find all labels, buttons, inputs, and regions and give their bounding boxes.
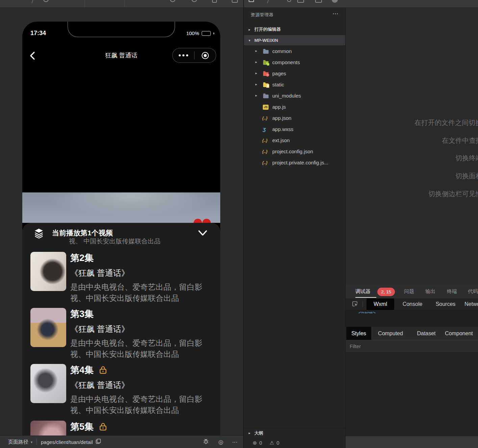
error-count: 0 (259, 440, 262, 446)
episode-thumbnail (30, 308, 66, 347)
tab-styles[interactable]: Styles (346, 327, 371, 340)
caret-down-icon[interactable]: ▾ (31, 440, 32, 444)
like-hearts-icon[interactable] (194, 219, 211, 223)
json-file-icon: {..} (263, 138, 269, 143)
problems-status[interactable]: ⊗ 0 ⚠ 0 (244, 438, 345, 448)
tree-item-folder[interactable]: ▸ components (244, 57, 345, 68)
wxss-file-icon: ʒ (263, 127, 269, 132)
tree-item-folder[interactable]: ▸ static (244, 79, 345, 90)
toolbar-partial-icon[interactable] (43, 0, 49, 2)
toolbar-divider (124, 0, 125, 7)
explorer-view-icon[interactable] (249, 0, 254, 2)
episode-number: 第4集 (70, 364, 94, 376)
caret-right-icon: ▸ (255, 82, 257, 86)
visibility-eye-icon[interactable]: ◎ (218, 439, 223, 446)
folder-icon (263, 93, 269, 99)
lock-icon (98, 365, 108, 375)
page-path-label[interactable]: 页面路径 (8, 439, 28, 445)
project-root-section[interactable]: ▾ MP-WEIXIN (244, 35, 345, 45)
compile-icon[interactable] (192, 0, 197, 2)
phone-notch (68, 22, 175, 37)
more-dots-icon (179, 54, 188, 56)
devtools-tab-wxml[interactable]: Wxml (367, 298, 394, 310)
episode-item[interactable]: 第2集 《狂飙 普通话》 是由中央电视台、爱奇艺出品，留白影视、中国长安出版传媒… (22, 252, 220, 303)
tab-output[interactable]: 输出 (425, 288, 435, 295)
tree-item-folder[interactable]: ▸ uni_modules (244, 90, 345, 102)
caret-down-icon: ▾ (249, 38, 252, 42)
caret-right-icon: ▸ (249, 431, 252, 435)
episode-description: 是由中央电视台、爱奇艺出品，留白影视、中国长安出版传媒联合出品 (70, 394, 211, 416)
debugger-bottom-strip (346, 436, 478, 448)
tree-item-file[interactable]: JS app.js (244, 102, 345, 113)
video-player-area[interactable] (22, 66, 220, 192)
phone-status-bar: 17:34 100% (22, 22, 220, 45)
copy-icon[interactable] (96, 439, 101, 445)
tree-item-file[interactable]: {..} ext.json (244, 135, 345, 146)
phone-device-icon[interactable] (212, 0, 217, 3)
open-editors-section[interactable]: ▸ 打开的编辑器 (244, 24, 345, 34)
now-playing-label: 当前播放第1个视频 (52, 228, 113, 238)
toolbar-partial-icon[interactable] (287, 0, 291, 2)
error-icon: ⊗ (253, 440, 257, 446)
devtools-tab-sources[interactable]: Sources (432, 298, 459, 310)
caret-right-icon: ▸ (255, 49, 257, 53)
episode-item[interactable]: 第5集 (22, 421, 220, 436)
tab-component[interactable]: Component (445, 327, 478, 340)
minimize-button[interactable] (195, 48, 216, 62)
battery-indicator: 100% (186, 30, 214, 36)
more-options-icon[interactable]: ⋯ (232, 439, 238, 445)
tree-item-file[interactable]: ʒ app.wxss (244, 124, 345, 135)
shortcut-hint: 切换终端 (455, 154, 478, 163)
tree-item-file[interactable]: {..} app.json (244, 113, 345, 124)
folder-icon (263, 49, 269, 54)
warning-count: 0 (276, 440, 279, 446)
shortcut-hint: 切换面板 (455, 172, 478, 181)
episode-number: 第3集 (70, 308, 94, 320)
file-explorer: 资源管理器 ⋯ ▸ 打开的编辑器 ▾ MP-WEIXIN ▸ common ▸ … (244, 7, 345, 448)
video-frame[interactable] (22, 192, 220, 223)
js-file-icon: JS (263, 104, 269, 110)
tab-code[interactable]: 代码 (468, 288, 478, 295)
styles-filter-input[interactable] (346, 340, 478, 352)
tree-item-folder[interactable]: ▸ common (244, 46, 345, 57)
collapse-panel-button[interactable] (197, 230, 208, 238)
lock-icon (98, 422, 108, 431)
json-file-icon: {..} (263, 149, 269, 155)
toolbar-partial-icon[interactable] (32, 0, 34, 3)
clipped-description-line: 视、 中国长安出版传媒联合出品 (69, 237, 160, 246)
devtools-tab-network[interactable]: Network (464, 298, 478, 310)
tree-item-file[interactable]: {..} project.config.json (244, 146, 345, 157)
chevron-down-icon (197, 230, 208, 237)
components-folder-icon (263, 60, 269, 65)
refresh-icon[interactable] (170, 0, 175, 2)
inspect-element-icon[interactable] (352, 301, 358, 309)
caret-right-icon: ▸ (255, 71, 257, 75)
styles-tab-bar: Styles Computed Dataset Component (346, 327, 478, 340)
more-button[interactable] (173, 48, 194, 62)
explorer-more-icon[interactable]: ⋯ (332, 10, 338, 17)
split-panel-icon[interactable] (315, 0, 322, 3)
toolbar-divider (84, 0, 85, 7)
avatar[interactable] (332, 0, 338, 3)
debug-bug-icon[interactable] (202, 438, 209, 446)
episode-item[interactable]: 第4集 《狂飙 普通话》 是由中央电视台、爱奇艺出品，留白影视、中国长安出版传媒… (22, 364, 220, 415)
tab-dataset[interactable]: Dataset (414, 327, 438, 340)
tab-terminal[interactable]: 终端 (447, 288, 457, 295)
tree-item-folder[interactable]: ▸ pages (244, 68, 345, 79)
tab-debugger[interactable]: 调试器 (355, 288, 371, 295)
wxml-page-node[interactable]: <page> (358, 310, 376, 313)
shortcut-hint: 切换侧边栏可见性 (428, 189, 478, 199)
outline-section[interactable]: ▸ 大纲 (244, 428, 345, 438)
episode-number: 第2集 (70, 252, 94, 264)
devtools-tab-console[interactable]: Console (399, 298, 426, 310)
tree-item-file[interactable]: {..} project.private.config.js... (244, 157, 345, 168)
toolbar-partial-icon[interactable] (267, 0, 269, 3)
styles-content-area (346, 352, 478, 436)
wxml-tree-pane[interactable]: <page> (346, 310, 478, 327)
split-panel-icon[interactable] (297, 0, 304, 3)
tab-problems[interactable]: 问题 (404, 288, 414, 295)
mini-program-navbar: 狂飙 普通话 (22, 45, 220, 66)
tab-computed[interactable]: Computed (376, 327, 405, 340)
episode-item[interactable]: 第3集 《狂飙 普通话》 是由中央电视台、爱奇艺出品，留白影视、中国长安出版传媒… (22, 308, 220, 359)
tablet-device-icon[interactable] (232, 0, 238, 3)
